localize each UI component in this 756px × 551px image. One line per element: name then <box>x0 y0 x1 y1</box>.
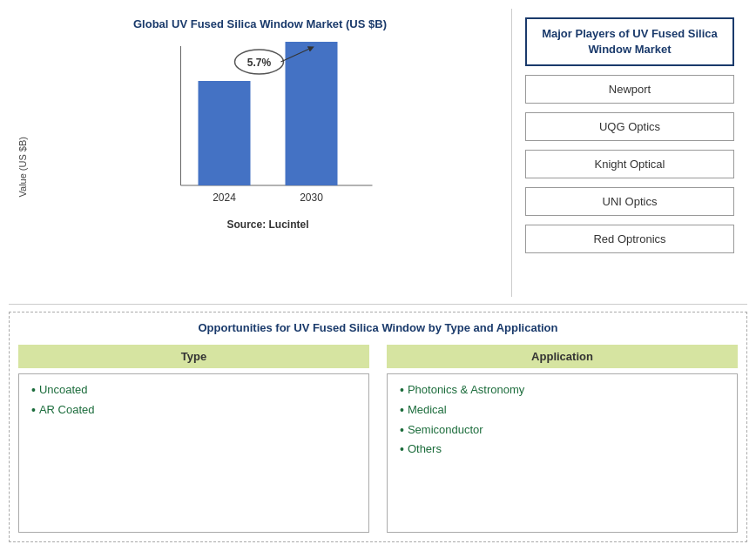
bullet-icon: • <box>400 442 404 457</box>
app-item-2: • Semiconductor <box>400 423 725 438</box>
bar-2024 <box>199 81 251 185</box>
type-item-1: • AR Coated <box>31 403 356 418</box>
player-item-0: Newport <box>525 75 734 104</box>
player-item-2: Knight Optical <box>525 150 734 178</box>
type-body: • Uncoated • AR Coated <box>18 373 369 533</box>
opportunities-title: Opportunities for UV Fused Silica Window… <box>18 321 738 334</box>
y-axis-label: Value (US $B) <box>17 137 28 198</box>
application-body: • Photonics & Astronomy • Medical • Semi… <box>387 373 738 533</box>
type-column: Type • Uncoated • AR Coated <box>18 345 369 533</box>
bar-2030 <box>286 42 338 185</box>
x-label-2024: 2024 <box>213 192 236 204</box>
app-item-3: • Others <box>400 442 725 457</box>
player-item-4: Red Optronics <box>525 225 734 253</box>
player-item-3: UNI Optics <box>525 187 734 216</box>
application-column: Application • Photonics & Astronomy • Me… <box>387 345 738 533</box>
type-header: Type <box>18 345 369 368</box>
growth-rate: 5.7% <box>247 57 272 69</box>
chart-title: Global UV Fused Silica Window Market (US… <box>133 17 387 30</box>
bullet-icon: • <box>400 403 404 418</box>
bar-chart-svg: 2024 2030 5.7% <box>33 37 503 212</box>
players-area: Major Players of UV Fused Silica Window … <box>512 9 747 297</box>
application-header: Application <box>387 345 738 368</box>
bottom-section: Opportunities for UV Fused Silica Window… <box>9 312 747 542</box>
chart-area: Global UV Fused Silica Window Market (US… <box>9 9 512 297</box>
x-label-2030: 2030 <box>300 192 323 204</box>
app-item-0: • Photonics & Astronomy <box>400 383 725 398</box>
bullet-icon: • <box>31 403 36 418</box>
bullet-icon: • <box>31 383 36 398</box>
top-section: Global UV Fused Silica Window Market (US… <box>9 9 747 305</box>
players-title: Major Players of UV Fused Silica Window … <box>525 17 734 66</box>
player-item-1: UQG Optics <box>525 112 734 141</box>
bottom-content: Type • Uncoated • AR Coated Application <box>18 345 738 533</box>
bullet-icon: • <box>400 423 404 438</box>
bullet-icon: • <box>400 383 404 398</box>
app-item-1: • Medical <box>400 403 725 418</box>
source-text: Source: Lucintel <box>33 218 503 231</box>
type-item-0: • Uncoated <box>31 383 356 398</box>
main-container: Global UV Fused Silica Window Market (US… <box>0 0 756 551</box>
